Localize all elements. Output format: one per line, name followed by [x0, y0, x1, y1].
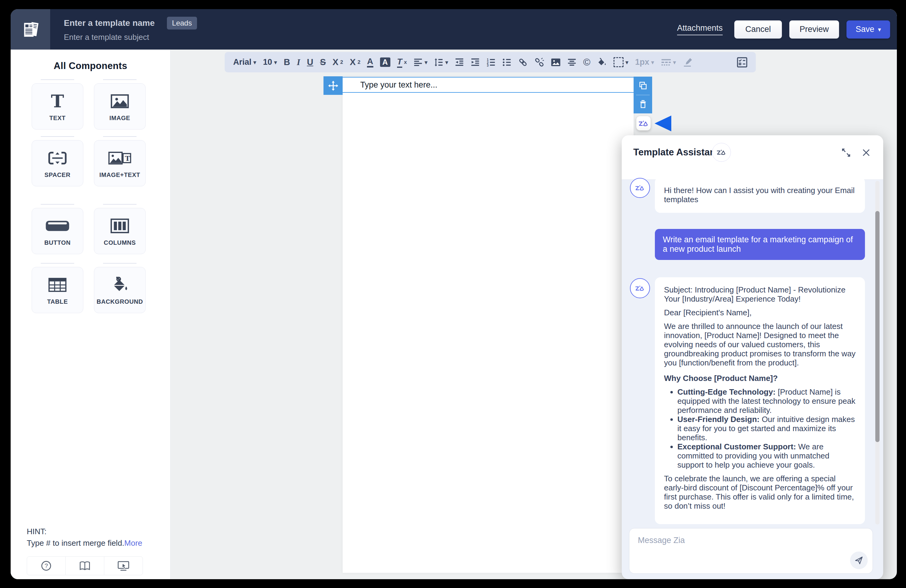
align-button[interactable]: ▾: [413, 58, 427, 67]
component-background-wrap: BACKGROUND: [94, 263, 146, 314]
border-button[interactable]: ▾: [614, 57, 628, 67]
close-icon[interactable]: [861, 147, 871, 158]
save-button[interactable]: Save▾: [846, 21, 890, 38]
reply-paragraph: We are thrilled to announce the launch o…: [664, 322, 856, 367]
strikethrough-button[interactable]: S: [320, 57, 325, 67]
horizontal-line-icon: [567, 58, 576, 67]
zia-logo-icon: [638, 120, 649, 127]
duplicate-block-button[interactable]: [633, 76, 652, 95]
template-subject-input[interactable]: Enter a template subject: [64, 32, 197, 42]
insert-image-button[interactable]: [551, 58, 561, 67]
font-color-button[interactable]: A: [367, 57, 373, 67]
link-icon: [518, 57, 528, 67]
chat-scrollbar-thumb[interactable]: [875, 211, 880, 442]
sidebar-title: All Components: [11, 61, 170, 72]
help-button[interactable]: ?: [27, 557, 66, 575]
zia-pointer-triangle: [655, 116, 671, 131]
component-image-wrap: IMAGE: [94, 80, 146, 130]
assistant-message: Hi there! How can I assist you with crea…: [655, 177, 865, 213]
chevron-down-icon: ▾: [445, 59, 448, 65]
template-name-input[interactable]: Enter a template name: [64, 18, 155, 28]
remove-link-button[interactable]: [534, 57, 544, 67]
component-button-wrap: BUTTON: [32, 204, 83, 255]
line-spacing-button[interactable]: ▾: [434, 58, 448, 67]
bold-button[interactable]: B: [284, 57, 290, 67]
bullet-list-button[interactable]: [502, 58, 511, 67]
cancel-button[interactable]: Cancel: [734, 21, 782, 38]
component-card-table[interactable]: TABLE: [32, 267, 83, 313]
email-canvas-page[interactable]: Type your text here...: [343, 77, 633, 573]
insert-image-icon: [551, 58, 561, 67]
message-zia-input[interactable]: [629, 528, 873, 574]
underline-button[interactable]: U: [307, 57, 313, 67]
component-card-image[interactable]: IMAGE: [94, 83, 146, 129]
subscript-button[interactable]: X2: [333, 57, 343, 67]
font-size-select[interactable]: 10▾: [263, 57, 277, 67]
user-message: Write an email template for a marketing …: [655, 229, 865, 260]
component-card-text[interactable]: T TEXT: [32, 83, 83, 129]
attachments-link[interactable]: Attachments: [677, 24, 723, 35]
component-card-columns[interactable]: COLUMNS: [94, 208, 146, 254]
reply-bullet: Cutting-Edge Technology: [Product Name] …: [677, 387, 856, 415]
hint-title: HINT:: [27, 526, 142, 537]
component-card-background[interactable]: BACKGROUND: [94, 267, 146, 313]
special-char-button[interactable]: ©: [583, 57, 590, 68]
image-icon: [110, 88, 129, 115]
card-stack-line: [103, 80, 137, 80]
text-block[interactable]: Type your text here...: [343, 77, 633, 93]
preview-button[interactable]: Preview: [789, 21, 839, 38]
outdent-button[interactable]: [455, 58, 464, 67]
app-window: Enter a template name Leads Enter a temp…: [11, 9, 897, 579]
hint-more-link[interactable]: More: [124, 539, 142, 548]
drag-move-handle[interactable]: [324, 76, 343, 95]
superscript-button[interactable]: X2: [350, 57, 360, 67]
card-stack-line: [103, 204, 137, 205]
chevron-down-icon: ▾: [673, 59, 676, 65]
help-icon: ?: [41, 560, 52, 571]
checklist-button[interactable]: [737, 57, 747, 67]
highlight-color-button[interactable]: A: [380, 57, 390, 67]
monitor-cursor-icon: [117, 560, 130, 571]
horizontal-line-button[interactable]: [567, 58, 576, 67]
components-sidebar: All Components T TEXT IMAGE: [11, 49, 171, 579]
component-spacer-wrap: SPACER: [32, 136, 83, 187]
line-spacing-icon: [434, 58, 443, 67]
module-badge: Leads: [167, 17, 197, 29]
ordered-list-button[interactable]: 123: [486, 58, 496, 67]
border-style-icon: [661, 58, 671, 66]
component-card-image-text[interactable]: T IMAGE+TEXT: [94, 140, 146, 186]
fill-color-button[interactable]: [597, 57, 607, 67]
indent-button[interactable]: [471, 58, 480, 67]
zia-launcher-button[interactable]: [636, 116, 651, 131]
component-columns-wrap: COLUMNS: [94, 204, 146, 255]
font-family-select[interactable]: Arial▾: [233, 57, 256, 67]
italic-button[interactable]: I: [297, 57, 300, 67]
insert-link-button[interactable]: [518, 57, 528, 67]
component-card-spacer[interactable]: SPACER: [32, 140, 83, 186]
text-icon: T: [51, 88, 64, 115]
clear-format-button[interactable]: Tx: [397, 57, 407, 68]
component-card-button[interactable]: BUTTON: [32, 208, 83, 254]
spacer-icon: [48, 145, 67, 172]
docs-button[interactable]: [66, 557, 104, 575]
book-icon: [79, 561, 91, 571]
delete-block-button[interactable]: [633, 95, 652, 113]
component-text-wrap: T TEXT: [32, 80, 83, 130]
send-button[interactable]: [850, 551, 868, 569]
expand-button[interactable]: [841, 147, 851, 158]
chevron-down-icon: ▾: [651, 59, 654, 65]
demo-button[interactable]: [104, 557, 143, 575]
assistant-title: Template Assistant: [633, 147, 719, 158]
signature-button[interactable]: [683, 57, 692, 67]
newspaper-template-icon: [22, 21, 39, 38]
chat-scrollbar-track[interactable]: [875, 181, 880, 524]
border-width-select[interactable]: 1px▾: [635, 57, 654, 67]
unlink-icon: [534, 57, 544, 67]
hint-text: Type # to insert merge field.: [27, 539, 124, 548]
chat-input-box: [629, 528, 873, 574]
chevron-down-icon: ▾: [625, 59, 628, 65]
sidebar-footer-bar: ?: [27, 556, 143, 575]
indent-icon: [471, 58, 480, 67]
border-style-select[interactable]: ▾: [661, 58, 676, 66]
block-mini-toolbar: [633, 76, 652, 113]
